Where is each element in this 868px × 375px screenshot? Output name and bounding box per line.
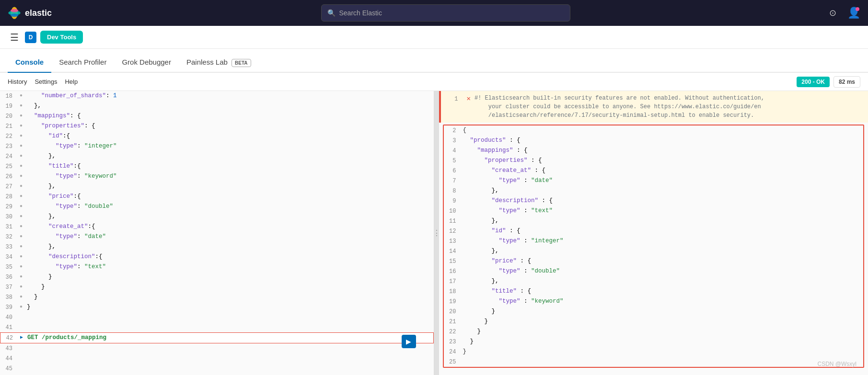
line-content: "number_of_shards": 1: [25, 91, 434, 101]
output-line-number: 4: [444, 146, 461, 156]
search-bar[interactable]: 🔍 Search Elastic: [321, 4, 570, 22]
output-line-number: 5: [444, 156, 461, 166]
line-number: 21: [0, 121, 17, 131]
line-content: },: [25, 101, 434, 111]
output-line-content: "type" : "double": [461, 266, 864, 276]
line-gutter: ▶: [18, 333, 25, 342]
user-menu-button[interactable]: 👤: [847, 6, 860, 20]
output-line-content: },: [461, 276, 864, 286]
line-gutter: ●: [17, 282, 25, 292]
line-gutter: ●: [17, 111, 25, 121]
line-number: 30: [0, 212, 17, 222]
editor-line: 42 ▶ GET /products/_mapping ▶: [0, 332, 434, 343]
editor-line: 24 ● },: [0, 151, 434, 161]
tab-grok-debugger[interactable]: Grok Debugger: [114, 52, 179, 73]
line-content: "type": "date": [25, 232, 434, 241]
output-line-content: "type" : "text": [461, 206, 864, 216]
output-line: 22 }: [444, 327, 864, 337]
warning-close-button[interactable]: ✕: [467, 94, 471, 103]
output-line: 8 },: [444, 186, 864, 196]
line-number: 45: [0, 364, 17, 374]
search-icon: 🔍: [327, 9, 336, 17]
output-bordered-box: 2 { 3 "products" : { 4 "mappings" : { 5 …: [443, 125, 865, 368]
watermark: CSDN @Wsxyl: [817, 361, 856, 367]
output-line-content: },: [461, 246, 864, 256]
line-number: 24: [0, 151, 17, 161]
output-line: 5 "properties" : {: [444, 156, 864, 166]
line-number: 23: [0, 141, 17, 151]
output-line-number: 24: [444, 347, 461, 357]
output-line: 11 },: [444, 216, 864, 226]
line-number: 27: [0, 182, 17, 192]
output-line: 23 }: [444, 337, 864, 347]
output-line: 18 "title" : {: [444, 286, 864, 296]
notifications-button[interactable]: ⊙: [826, 6, 839, 20]
line-gutter: ●: [17, 302, 25, 312]
output-line: 6 "create_at" : {: [444, 166, 864, 176]
editor-line: 25 ● "title":{: [0, 161, 434, 171]
output-line-content: "id" : {: [461, 226, 864, 236]
output-line: 3 "products" : {: [444, 136, 864, 146]
line-number: 29: [0, 202, 17, 212]
editor-line: 27 ● },: [0, 182, 434, 192]
line-gutter: ●: [17, 252, 25, 261]
output-line-number: 23: [444, 337, 461, 347]
line-content: "type": "text": [25, 262, 434, 272]
editor-line: 23 ● "type": "integer": [0, 141, 434, 151]
elastic-logo: elastic: [8, 6, 65, 20]
hamburger-button[interactable]: ☰: [8, 31, 21, 44]
panel-divider[interactable]: ⋮: [434, 91, 439, 375]
line-gutter: ●: [17, 232, 25, 241]
output-line: 4 "mappings" : {: [444, 146, 864, 156]
output-line-number: 19: [444, 296, 461, 307]
line-content: }: [25, 272, 434, 282]
line-number: 43: [0, 343, 17, 353]
line-gutter: ●: [17, 161, 25, 171]
output-line-content: "properties" : {: [461, 156, 864, 165]
warning-text: #! Elasticsearch built-in security featu…: [475, 94, 863, 120]
help-button[interactable]: Help: [65, 78, 78, 85]
toolbar: History Settings Help 200 - OK 82 ms: [0, 73, 868, 91]
output-line-number: 25: [444, 357, 461, 367]
history-button[interactable]: History: [8, 78, 27, 85]
tab-painless-lab[interactable]: Painless Lab BETA: [179, 52, 259, 73]
output-line: 10 "type" : "text": [444, 206, 864, 216]
warning-line-number: 1: [446, 94, 463, 104]
line-content: "type": "double": [25, 202, 434, 211]
output-panel: 1 ✕ #! Elasticsearch built-in security f…: [439, 91, 868, 375]
editor-line: 31 ● "create_at":{: [0, 222, 434, 232]
svg-point-3: [11, 9, 19, 12]
output-line-content: "type" : "date": [461, 176, 864, 185]
line-number: 22: [0, 131, 17, 141]
editor-line: 20 ● "mappings": {: [0, 111, 434, 121]
editor-line: 43: [0, 343, 434, 353]
line-number: 36: [0, 272, 17, 282]
settings-button[interactable]: Settings: [35, 78, 57, 85]
output-line-content: },: [461, 186, 864, 195]
line-number: 40: [0, 312, 17, 322]
output-line-content: "products" : {: [461, 136, 864, 145]
line-content: },: [25, 212, 434, 221]
dev-tools-button[interactable]: Dev Tools: [40, 31, 83, 44]
line-gutter: ●: [17, 171, 25, 181]
run-button[interactable]: ▶: [402, 335, 416, 348]
output-line-number: 17: [444, 276, 461, 286]
svg-point-4: [11, 13, 19, 17]
output-line: 24 }: [444, 347, 864, 357]
line-content: "type": "integer": [25, 141, 434, 151]
line-content: "title":{: [25, 161, 434, 171]
line-gutter: ●: [17, 272, 25, 282]
notification-icon: ⊙: [829, 8, 836, 18]
tab-search-profiler[interactable]: Search Profiler: [51, 52, 114, 73]
output-line-content: "create_at" : {: [461, 166, 864, 175]
output-line-content: }: [461, 347, 864, 356]
output-content[interactable]: 1 ✕ #! Elasticsearch built-in security f…: [439, 91, 868, 375]
line-gutter: ●: [17, 131, 25, 141]
tab-console[interactable]: Console: [8, 52, 51, 73]
output-line: 21 }: [444, 317, 864, 327]
output-line: 19 "type" : "keyword": [444, 296, 864, 307]
line-number: 19: [0, 101, 17, 111]
editor-line: 21 ● "properties": {: [0, 121, 434, 131]
output-line-number: 18: [444, 286, 461, 296]
code-editor[interactable]: 18 ● "number_of_shards": 1 19 ● }, 20 ● …: [0, 91, 434, 375]
